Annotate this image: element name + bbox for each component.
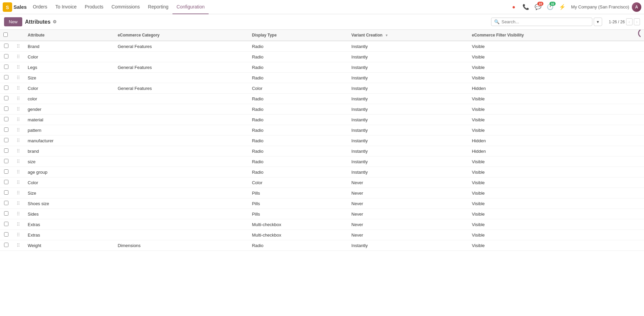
table-row[interactable]: ⠿ Size Radio Instantly Visible	[0, 73, 644, 83]
row-empty	[630, 209, 644, 219]
row-drag-handle[interactable]: ⠿	[12, 52, 24, 62]
table-row[interactable]: ⠿ Sides Pills Never Visible	[0, 209, 644, 219]
row-select-checkbox[interactable]	[4, 148, 8, 153]
row-drag-handle[interactable]: ⠿	[12, 125, 24, 136]
row-variant-creation: Instantly	[348, 62, 468, 73]
row-select-checkbox[interactable]	[4, 232, 8, 237]
row-select-checkbox[interactable]	[4, 44, 8, 48]
row-select-checkbox[interactable]	[4, 180, 8, 184]
row-select-checkbox[interactable]	[4, 75, 8, 79]
col-ecommerce-category[interactable]: eCommerce Category	[114, 30, 249, 41]
app-logo[interactable]: S Sales	[3, 2, 27, 12]
row-variant-creation: Instantly	[348, 104, 468, 115]
row-drag-handle[interactable]: ⠿	[12, 188, 24, 198]
table-row[interactable]: ⠿ Brand General Features Radio Instantly…	[0, 41, 644, 52]
drag-handle-icon: ⠿	[17, 201, 20, 206]
status-dot[interactable]: ●	[509, 2, 518, 12]
row-drag-handle[interactable]: ⠿	[12, 41, 24, 52]
search-dropdown-button[interactable]: ▾	[594, 18, 602, 26]
row-select-checkbox[interactable]	[4, 138, 8, 142]
user-avatar[interactable]: A	[632, 2, 641, 12]
row-variant-creation: Instantly	[348, 156, 468, 167]
nav-products[interactable]: Products	[81, 0, 107, 14]
select-all-checkbox[interactable]	[3, 32, 8, 37]
row-select-checkbox[interactable]	[4, 190, 8, 195]
company-name[interactable]: My Company (San Francisco)	[571, 4, 629, 9]
table-row[interactable]: ⠿ Extras Multi-checkbox Never Visible	[0, 219, 644, 230]
drag-handle-icon: ⠿	[17, 243, 20, 248]
col-display-type[interactable]: Display Type	[248, 30, 348, 41]
row-variant-creation: Instantly	[348, 73, 468, 83]
phone-icon-btn[interactable]: 📞	[521, 2, 531, 12]
row-drag-handle[interactable]: ⠿	[12, 177, 24, 188]
row-select-checkbox[interactable]	[4, 117, 8, 121]
table-row[interactable]: ⠿ Color General Features Color Instantly…	[0, 83, 644, 94]
row-select-checkbox[interactable]	[4, 86, 8, 90]
table-row[interactable]: ⠿ Shoes size Pills Never Visible	[0, 198, 644, 209]
table-row[interactable]: ⠿ Size Pills Never Visible	[0, 188, 644, 198]
row-select-checkbox[interactable]	[4, 201, 8, 205]
table-row[interactable]: ⠿ Weight Dimensions Radio Instantly Visi…	[0, 240, 644, 251]
row-drag-handle[interactable]: ⠿	[12, 230, 24, 240]
nav-commissions[interactable]: Commissions	[107, 0, 144, 14]
row-select-checkbox[interactable]	[4, 159, 8, 163]
col-attribute[interactable]: Attribute	[24, 30, 114, 41]
table-row[interactable]: ⠿ Color Color Never Visible	[0, 177, 644, 188]
activity-icon-btn[interactable]: ⚡	[558, 2, 567, 12]
row-drag-handle[interactable]: ⠿	[12, 73, 24, 83]
table-row[interactable]: ⠿ Color Radio Instantly Visible	[0, 52, 644, 62]
row-drag-handle[interactable]: ⠿	[12, 198, 24, 209]
nav-to-invoice[interactable]: To Invoice	[51, 0, 81, 14]
row-drag-handle[interactable]: ⠿	[12, 115, 24, 125]
row-drag-handle[interactable]: ⠿	[12, 146, 24, 156]
table-row[interactable]: ⠿ Extras Multi-checkbox Never Visible	[0, 230, 644, 240]
table-row[interactable]: ⠿ color Radio Instantly Visible	[0, 94, 644, 104]
row-drag-handle[interactable]: ⠿	[12, 156, 24, 167]
row-select-checkbox[interactable]	[4, 54, 8, 58]
row-ecommerce-filter: Visible	[468, 104, 630, 115]
row-drag-handle[interactable]: ⠿	[12, 240, 24, 251]
row-drag-handle[interactable]: ⠿	[12, 219, 24, 230]
row-drag-handle[interactable]: ⠿	[12, 83, 24, 94]
row-select-checkbox[interactable]	[4, 211, 8, 216]
nav-orders[interactable]: Orders	[29, 0, 51, 14]
table-row[interactable]: ⠿ size Radio Instantly Visible	[0, 156, 644, 167]
table-row[interactable]: ⠿ brand Radio Instantly Hidden	[0, 146, 644, 156]
toolbar: New Attributes ⚙ 🔍 ▾ 1-26 / 26 ‹ ›	[0, 14, 644, 30]
row-select-checkbox[interactable]	[4, 169, 8, 174]
row-variant-creation: Instantly	[348, 115, 468, 125]
row-drag-handle[interactable]: ⠿	[12, 209, 24, 219]
prev-page-button[interactable]: ‹	[626, 18, 632, 25]
clock-icon-btn[interactable]: 🕐 32	[545, 2, 555, 12]
search-input[interactable]	[502, 19, 589, 24]
row-drag-handle[interactable]: ⠿	[12, 104, 24, 115]
row-select-checkbox[interactable]	[4, 243, 8, 247]
table-row[interactable]: ⠿ age group Radio Instantly Visible	[0, 167, 644, 177]
row-variant-creation: Instantly	[348, 83, 468, 94]
col-variant-creation[interactable]: Variant Creation ▼	[348, 30, 468, 41]
row-select-checkbox[interactable]	[4, 106, 8, 111]
table-row[interactable]: ⠿ Legs General Features Radio Instantly …	[0, 62, 644, 73]
row-drag-handle[interactable]: ⠿	[12, 62, 24, 73]
row-drag-handle[interactable]: ⠿	[12, 94, 24, 104]
table-row[interactable]: ⠿ manufacturer Radio Instantly Hidden	[0, 136, 644, 146]
table-row[interactable]: ⠿ material Radio Instantly Visible	[0, 115, 644, 125]
col-ecommerce-filter[interactable]: eCommerce Filter Visibility	[468, 30, 630, 41]
row-display-type: Radio	[248, 94, 348, 104]
row-drag-handle[interactable]: ⠿	[12, 136, 24, 146]
nav-reporting[interactable]: Reporting	[144, 0, 172, 14]
chat-icon-btn[interactable]: 💬 10	[533, 2, 543, 12]
row-select-checkbox[interactable]	[4, 65, 8, 69]
next-page-button[interactable]: ›	[634, 18, 640, 25]
gear-icon[interactable]: ⚙	[53, 19, 57, 24]
row-attribute: Size	[24, 73, 114, 83]
nav-configuration[interactable]: Configuration	[172, 0, 209, 14]
row-select-checkbox[interactable]	[4, 127, 8, 132]
table-row[interactable]: ⠿ gender Radio Instantly Visible	[0, 104, 644, 115]
table-row[interactable]: ⠿ pattern Radio Instantly Visible	[0, 125, 644, 136]
row-select-checkbox[interactable]	[4, 96, 8, 100]
row-drag-handle[interactable]: ⠿	[12, 167, 24, 177]
new-button[interactable]: New	[4, 17, 22, 26]
row-attribute: color	[24, 94, 114, 104]
row-select-checkbox[interactable]	[4, 222, 8, 226]
